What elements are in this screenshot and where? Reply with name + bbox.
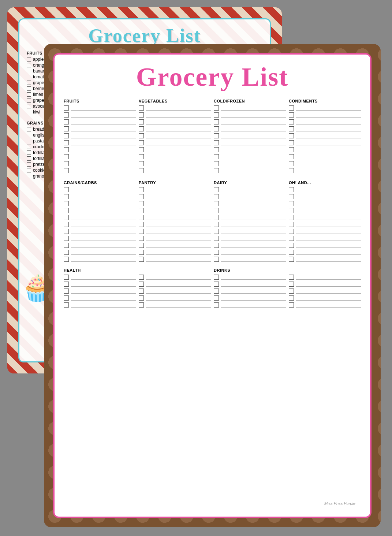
- checkbox[interactable]: [214, 194, 219, 199]
- checkbox[interactable]: [214, 154, 219, 159]
- checkbox[interactable]: [289, 275, 294, 280]
- checkbox[interactable]: [139, 243, 144, 248]
- checkbox[interactable]: [139, 147, 144, 152]
- checkbox[interactable]: [64, 147, 69, 152]
- checkbox[interactable]: [289, 282, 294, 287]
- checkbox[interactable]: [27, 133, 31, 137]
- checkbox[interactable]: [214, 119, 219, 124]
- checkbox[interactable]: [64, 105, 69, 111]
- checkbox[interactable]: [214, 229, 219, 234]
- checkbox[interactable]: [214, 201, 219, 206]
- checkbox[interactable]: [27, 174, 31, 178]
- checkbox[interactable]: [64, 243, 69, 248]
- checkbox[interactable]: [27, 75, 31, 79]
- checkbox[interactable]: [214, 215, 219, 220]
- checkbox[interactable]: [139, 105, 144, 111]
- checkbox[interactable]: [139, 302, 144, 308]
- checkbox[interactable]: [289, 194, 294, 199]
- checkbox[interactable]: [139, 112, 144, 118]
- checkbox[interactable]: [289, 161, 294, 166]
- checkbox[interactable]: [27, 139, 31, 143]
- checkbox[interactable]: [139, 119, 144, 124]
- checkbox[interactable]: [214, 208, 219, 213]
- checkbox[interactable]: [289, 147, 294, 152]
- checkbox[interactable]: [139, 194, 144, 199]
- checkbox[interactable]: [64, 295, 69, 301]
- checkbox[interactable]: [64, 201, 69, 206]
- checkbox[interactable]: [139, 229, 144, 234]
- checkbox[interactable]: [27, 168, 31, 172]
- checkbox[interactable]: [214, 161, 219, 166]
- checkbox[interactable]: [214, 236, 219, 241]
- checkbox[interactable]: [64, 140, 69, 145]
- checkbox[interactable]: [27, 86, 31, 91]
- checkbox[interactable]: [214, 140, 219, 145]
- checkbox[interactable]: [27, 63, 31, 67]
- checkbox[interactable]: [289, 229, 294, 234]
- checkbox[interactable]: [139, 295, 144, 301]
- checkbox[interactable]: [64, 194, 69, 199]
- checkbox[interactable]: [289, 187, 294, 192]
- checkbox[interactable]: [64, 222, 69, 227]
- checkbox[interactable]: [64, 112, 69, 118]
- checkbox[interactable]: [139, 257, 144, 262]
- checkbox[interactable]: [289, 250, 294, 255]
- checkbox[interactable]: [27, 156, 31, 161]
- checkbox[interactable]: [214, 250, 219, 255]
- checkbox[interactable]: [289, 215, 294, 220]
- checkbox[interactable]: [139, 161, 144, 166]
- checkbox[interactable]: [139, 222, 144, 227]
- checkbox[interactable]: [64, 154, 69, 159]
- checkbox[interactable]: [139, 154, 144, 159]
- checkbox[interactable]: [214, 147, 219, 152]
- checkbox[interactable]: [214, 126, 219, 131]
- checkbox[interactable]: [139, 208, 144, 213]
- checkbox[interactable]: [139, 250, 144, 255]
- checkbox[interactable]: [289, 133, 294, 138]
- checkbox[interactable]: [64, 250, 69, 255]
- checkbox[interactable]: [64, 208, 69, 213]
- checkbox[interactable]: [27, 69, 31, 73]
- checkbox[interactable]: [139, 168, 144, 173]
- checkbox[interactable]: [289, 257, 294, 262]
- checkbox[interactable]: [214, 105, 219, 111]
- checkbox[interactable]: [27, 92, 31, 97]
- checkbox[interactable]: [64, 282, 69, 287]
- checkbox[interactable]: [289, 236, 294, 241]
- checkbox[interactable]: [289, 243, 294, 248]
- checkbox[interactable]: [139, 275, 144, 280]
- checkbox[interactable]: [289, 302, 294, 308]
- checkbox[interactable]: [289, 201, 294, 206]
- checkbox[interactable]: [27, 145, 31, 149]
- checkbox[interactable]: [289, 112, 294, 118]
- checkbox[interactable]: [64, 236, 69, 241]
- checkbox[interactable]: [27, 162, 31, 167]
- checkbox[interactable]: [64, 161, 69, 166]
- checkbox[interactable]: [64, 302, 69, 308]
- checkbox[interactable]: [289, 126, 294, 131]
- checkbox[interactable]: [214, 282, 219, 287]
- checkbox[interactable]: [289, 295, 294, 301]
- checkbox[interactable]: [64, 133, 69, 138]
- checkbox[interactable]: [27, 57, 31, 62]
- checkbox[interactable]: [139, 187, 144, 192]
- checkbox[interactable]: [214, 168, 219, 173]
- checkbox[interactable]: [27, 127, 31, 131]
- checkbox[interactable]: [64, 187, 69, 192]
- checkbox[interactable]: [289, 289, 294, 294]
- checkbox[interactable]: [64, 126, 69, 131]
- checkbox[interactable]: [214, 187, 219, 192]
- checkbox[interactable]: [289, 168, 294, 173]
- checkbox[interactable]: [27, 104, 31, 108]
- checkbox[interactable]: [64, 275, 69, 280]
- checkbox[interactable]: [289, 119, 294, 124]
- checkbox[interactable]: [64, 168, 69, 173]
- checkbox[interactable]: [289, 140, 294, 145]
- checkbox[interactable]: [139, 133, 144, 138]
- checkbox[interactable]: [214, 133, 219, 138]
- checkbox[interactable]: [214, 275, 219, 280]
- checkbox[interactable]: [27, 110, 31, 114]
- checkbox[interactable]: [64, 229, 69, 234]
- checkbox[interactable]: [27, 150, 31, 155]
- checkbox[interactable]: [139, 289, 144, 294]
